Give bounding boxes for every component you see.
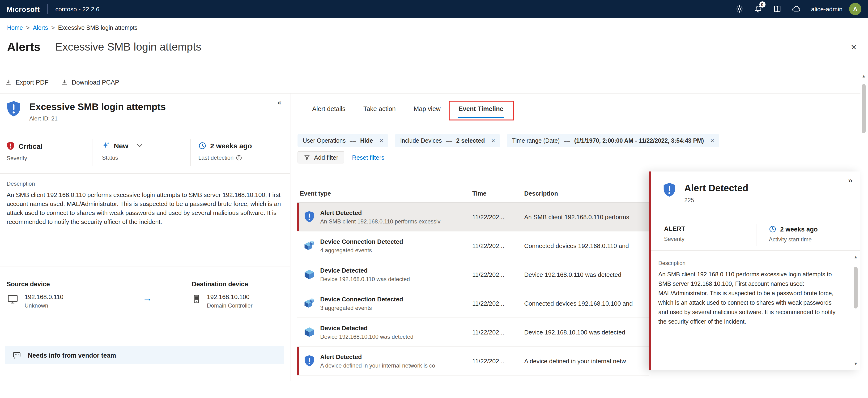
severity-label: Severity (7, 155, 93, 161)
breadcrumb: Home > Alerts > Excessive SMB login atte… (7, 25, 137, 31)
row-severity-bar (297, 347, 299, 375)
tab-map-view[interactable]: Map view (413, 101, 441, 118)
user-avatar[interactable]: A (849, 3, 861, 15)
table-row[interactable]: Device Detected Device 192.168.10.100 wa… (297, 318, 649, 347)
scrollbar-thumb[interactable] (862, 84, 866, 133)
detail-description-label: Description (658, 260, 846, 266)
last-detection-cell: 2 weeks ago Last detection (190, 133, 290, 173)
table-row[interactable]: Device Connection Detected 4 aggregated … (297, 232, 649, 260)
alert-panel-header: Excessive SMB login attempts Alert ID: 2… (0, 94, 290, 133)
event-description: Device 192.168.10.100 was detected (524, 329, 649, 336)
clock-icon (769, 225, 776, 233)
column-header-event-type[interactable]: Event type (297, 190, 472, 197)
filter-actions-row: Add filter Reset filters (298, 151, 384, 163)
tab-label: Alert details (312, 105, 345, 113)
filter-operator: == (349, 137, 356, 144)
scroll-up-icon[interactable]: ▲ (861, 74, 867, 79)
detail-scrollbar[interactable]: ▲ ▼ (852, 255, 859, 366)
microsoft-logo[interactable]: Microsoft (7, 5, 40, 13)
destination-device-ip[interactable]: 192.168.10.100 (207, 294, 252, 301)
page-subtitle: Excessive SMB login attempts (55, 40, 202, 53)
filter-pill-user-operations[interactable]: User Operations == Hide × (298, 134, 389, 147)
arrow-right-icon: → (139, 281, 192, 322)
row-severity-bar (297, 203, 299, 231)
monitor-icon (7, 294, 19, 305)
remove-filter-icon[interactable]: × (379, 137, 383, 144)
cloud-icon[interactable] (789, 2, 803, 16)
breadcrumb-alerts[interactable]: Alerts (33, 25, 48, 31)
event-subtitle: A device defined in your internal networ… (320, 362, 435, 369)
close-icon[interactable]: × (851, 42, 857, 52)
column-header-description[interactable]: Description (524, 190, 649, 197)
add-filter-button[interactable]: Add filter (298, 151, 344, 163)
event-time: 11/22/202... (472, 329, 524, 336)
event-description: Device 192.168.0.110 was detected (524, 271, 649, 278)
export-pdf-button[interactable]: Export PDF (5, 79, 49, 86)
table-row[interactable]: Alert Detected An SMB client 192.168.0.1… (297, 203, 649, 232)
download-icon (61, 79, 68, 86)
source-device-block: Source device 192.168.0.110 Unknown (7, 281, 139, 322)
filter-pill-time-range-date-[interactable]: Time range (Date) == (1/1/1970, 2:00:00 … (507, 134, 719, 147)
tab-event-timeline[interactable]: Event Timeline (458, 101, 504, 118)
filter-operator: == (445, 137, 453, 144)
event-icon (304, 355, 314, 367)
column-header-time[interactable]: Time (472, 190, 524, 197)
title-divider (48, 40, 48, 54)
settings-gear-icon[interactable] (733, 2, 746, 16)
filter-operator: == (563, 137, 570, 144)
event-subtitle: Device 192.168.0.110 was detected (320, 276, 410, 282)
tab-label: Map view (414, 105, 441, 113)
collapse-panel-icon[interactable]: « (277, 98, 281, 107)
tab-alert-details[interactable]: Alert details (311, 101, 346, 118)
filter-value: 2 selected (456, 137, 485, 144)
scroll-up-icon[interactable]: ▲ (852, 255, 859, 259)
table-row[interactable]: Alert Detected A device defined in your … (297, 347, 649, 375)
detail-description-section: Description An SMB client 192.168.0.110 … (651, 250, 860, 370)
app-root: Microsoft contoso - 22.2.6 0 (0, 0, 868, 398)
reset-filters-link[interactable]: Reset filters (352, 154, 384, 161)
breadcrumb-home[interactable]: Home (7, 25, 23, 31)
device-cube-icon (304, 327, 314, 337)
breadcrumb-separator: > (26, 25, 30, 31)
event-description: Connected devices 192.168.0.110 and (524, 242, 649, 249)
detail-panel-header: Alert Detected 225 » (651, 172, 860, 220)
filter-name: User Operations (303, 137, 346, 144)
guide-book-icon[interactable] (771, 2, 784, 16)
download-pcap-button[interactable]: Download PCAP (61, 79, 119, 86)
environment-version: contoso - 22.2.6 (55, 5, 99, 12)
remove-filter-icon[interactable]: × (491, 137, 495, 144)
topbar-divider (47, 4, 48, 14)
user-name[interactable]: alice-admin (811, 5, 842, 12)
status-value: New (114, 142, 128, 150)
tab-take-action[interactable]: Take action (363, 101, 397, 118)
table-row[interactable]: Device Connection Detected 3 aggregated … (297, 289, 649, 318)
detail-event-id: 225 (684, 197, 748, 204)
scroll-down-icon[interactable]: ▼ (852, 361, 859, 366)
event-subtitle: Device 192.168.10.100 was detected (320, 333, 413, 340)
vendor-info-banner-text: Needs info from vendor team (28, 352, 116, 359)
filter-pill-include-devices[interactable]: Include Devices == 2 selected × (395, 134, 500, 147)
filter-funnel-icon (304, 154, 310, 161)
scrollbar-thumb[interactable] (854, 267, 858, 308)
info-icon[interactable] (236, 155, 242, 161)
device-cube-icon (304, 269, 314, 280)
download-pcap-label: Download PCAP (72, 79, 119, 86)
alert-id: Alert ID: 21 (29, 115, 166, 122)
remove-filter-icon[interactable]: × (711, 137, 714, 144)
severity-value: Critical (19, 142, 42, 150)
detail-severity-cell: ALERT Severity (651, 220, 756, 250)
server-icon (192, 294, 201, 305)
event-icon (304, 211, 314, 222)
notifications-bell-icon[interactable]: 0 (752, 2, 765, 16)
expand-panel-icon[interactable]: » (848, 176, 852, 185)
event-icon (304, 241, 314, 251)
event-title: Alert Detected (320, 209, 440, 216)
source-device-ip[interactable]: 192.168.0.110 (25, 294, 63, 301)
alert-summary-panel: Excessive SMB login attempts Alert ID: 2… (0, 94, 290, 364)
page-scrollbar[interactable]: ▲ (861, 74, 867, 398)
vendor-info-banner[interactable]: Needs info from vendor team (5, 346, 284, 364)
table-row[interactable]: Device Detected Device 192.168.0.110 was… (297, 260, 649, 289)
detail-stats-row: ALERT Severity 2 weeks ago Activity star… (651, 220, 860, 250)
status-dropdown-chevron-icon[interactable] (137, 144, 142, 147)
event-icon (304, 298, 314, 308)
